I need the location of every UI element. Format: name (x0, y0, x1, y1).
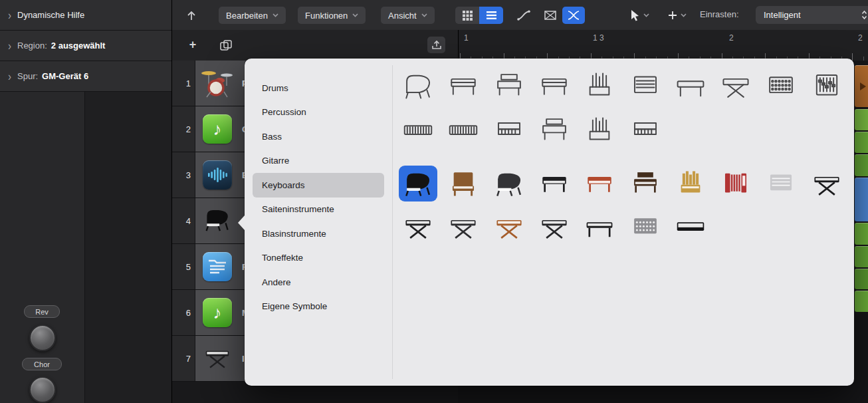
instrument-icon-keyboard-x-stand-outline[interactable] (716, 68, 755, 104)
instrument-icon-vintage-synth[interactable] (490, 209, 528, 245)
region-block[interactable] (855, 132, 868, 153)
chevron-down-icon (272, 13, 278, 17)
track-icon-button[interactable]: ♪ (195, 106, 239, 152)
duplicate-track-button[interactable] (217, 38, 235, 53)
instrument-icon-tonewheel-organ-outline[interactable] (626, 68, 665, 104)
section-label: Spur: (17, 71, 38, 81)
crossfade-mode-button[interactable] (562, 7, 585, 24)
track-icon-button[interactable]: ♪ (195, 290, 239, 335)
instrument-icon-stage-piano-outline[interactable] (490, 68, 528, 104)
instrument-icon-portative-organ-outline[interactable] (580, 112, 619, 148)
up-down-chevrons-icon (861, 10, 867, 20)
instrument-icon-pipe-organ[interactable] (671, 166, 710, 202)
region-block[interactable] (855, 246, 868, 267)
disclosure-icon[interactable]: › (8, 70, 11, 82)
instrument-icon-synth-module-outline[interactable] (762, 68, 800, 104)
audio-waveform-icon (203, 160, 232, 190)
instrument-icon-clavinet[interactable] (626, 166, 665, 202)
regions-strip (855, 61, 868, 403)
catch-playhead-button[interactable] (180, 7, 203, 24)
dynamic-help-header[interactable]: › Dynamische Hilfe (0, 0, 171, 31)
instrument-icon-stage-synth[interactable] (580, 209, 619, 245)
section-label: Dynamische Hilfe (17, 10, 84, 20)
region-block[interactable] (855, 223, 868, 245)
instrument-icon-keyboard-61-outline[interactable] (444, 112, 483, 148)
track-icon-button[interactable] (195, 198, 239, 243)
instrument-icon-combo-organ-outline[interactable] (490, 112, 528, 148)
instrument-icon-baby-grand[interactable] (490, 166, 528, 202)
automation-button[interactable] (512, 7, 535, 24)
track-number: 4 (172, 198, 195, 243)
instrument-icon-melodica-outline[interactable] (626, 112, 665, 148)
midi-note-icon: ♪ (203, 114, 232, 144)
instrument-icon-pipe-organ-outline[interactable] (580, 68, 619, 104)
instrument-icon-electric-piano[interactable] (580, 166, 619, 202)
track-number: 7 (172, 336, 195, 381)
duplicate-track-icon (220, 40, 232, 51)
marquee-icon (544, 11, 556, 20)
instrument-icon-grand-piano-outline[interactable] (399, 68, 437, 104)
region-block[interactable] (855, 291, 868, 312)
functions-menu-button[interactable]: Funktionen (298, 7, 366, 24)
secondary-tool-menu[interactable] (662, 7, 693, 24)
snap-value: Intelligent (764, 10, 801, 20)
icon-picker-popover: DrumsPercussionBassGitarreKeyboardsSaite… (245, 59, 854, 386)
instrument-icon-harmonium[interactable] (762, 166, 800, 202)
region-inspector-header[interactable]: › Region: 2 ausgewählt (0, 31, 171, 61)
pointer-tool-menu[interactable] (624, 7, 655, 24)
reverb-send-knob[interactable] (29, 325, 56, 351)
region-block[interactable] (855, 109, 868, 130)
region-block[interactable] (855, 178, 868, 221)
crossing-curves-icon (568, 11, 580, 20)
instrument-icon-stage-keyboard[interactable] (808, 166, 846, 202)
list-view-button[interactable] (479, 7, 503, 24)
tracks-toolbar: Bearbeiten Funktionen Ansicht (172, 0, 868, 31)
instrument-icon-modular-synth-outline[interactable] (808, 68, 846, 104)
snap-select[interactable]: Intelligent (756, 6, 868, 24)
region-block[interactable] (855, 269, 868, 289)
region-block[interactable] (855, 65, 868, 107)
track-list-header-bar: + (172, 30, 458, 61)
add-track-button[interactable]: + (185, 37, 201, 53)
grid-view-button[interactable] (455, 7, 479, 24)
chevron-down-icon (421, 13, 427, 17)
region-block[interactable] (855, 154, 868, 176)
instrument-icon-keyboard-outline[interactable] (671, 68, 710, 104)
instrument-icon-electric-piano-outline[interactable] (535, 68, 574, 104)
instrument-icon-keyboard-stand[interactable] (399, 209, 437, 245)
inspector-body: Rev Chor (0, 92, 171, 403)
chorus-send-knob[interactable] (29, 376, 56, 403)
instrument-icon-rhythm-organ[interactable] (626, 209, 665, 245)
section-value: 2 ausgewählt (51, 41, 106, 51)
track-icon-button[interactable] (195, 61, 239, 106)
hide-tracks-button[interactable] (427, 37, 445, 53)
icon-grid (245, 59, 854, 386)
instrument-icon-master-keyboard[interactable] (671, 209, 710, 245)
track-number: 3 (172, 152, 195, 198)
midi-note-icon: ♪ (203, 298, 232, 327)
instrument-icon-upright-piano[interactable] (444, 166, 483, 202)
track-icon-button[interactable] (195, 244, 239, 289)
track-inspector-header[interactable]: › Spur: GM-Gerät 6 (0, 61, 171, 92)
chorus-send-button[interactable]: Chor (22, 358, 62, 370)
instrument-icon-digital-piano-outline[interactable] (535, 112, 574, 148)
disclosure-icon[interactable]: › (8, 40, 11, 52)
marquee-tool-button[interactable] (539, 7, 562, 24)
instrument-icon-analog-synth[interactable] (535, 209, 574, 245)
ruler-scale[interactable]: 11 322 (458, 30, 868, 61)
track-icon-button[interactable] (195, 336, 239, 381)
track-icon-button[interactable] (195, 152, 239, 198)
reverb-send-button[interactable]: Rev (24, 305, 60, 318)
instrument-icon-stage-piano[interactable] (535, 166, 574, 202)
instrument-icon-synth-workstation[interactable] (444, 209, 483, 245)
instrument-icon-keyboard-76-outline[interactable] (399, 112, 437, 148)
view-menu-button[interactable]: Ansicht (381, 7, 435, 24)
disclosure-icon[interactable]: › (8, 9, 11, 21)
channel-strip-panel: Rev Chor (0, 92, 85, 403)
instrument-icon-grand-piano-black[interactable] (399, 166, 437, 202)
plus-crosshair-icon (668, 11, 677, 20)
edit-menu-button[interactable]: Bearbeiten (219, 7, 286, 24)
ruler-label: 1 (464, 33, 469, 43)
instrument-icon-electric-grand-outline[interactable] (444, 68, 483, 104)
instrument-icon-accordion[interactable] (716, 166, 755, 202)
